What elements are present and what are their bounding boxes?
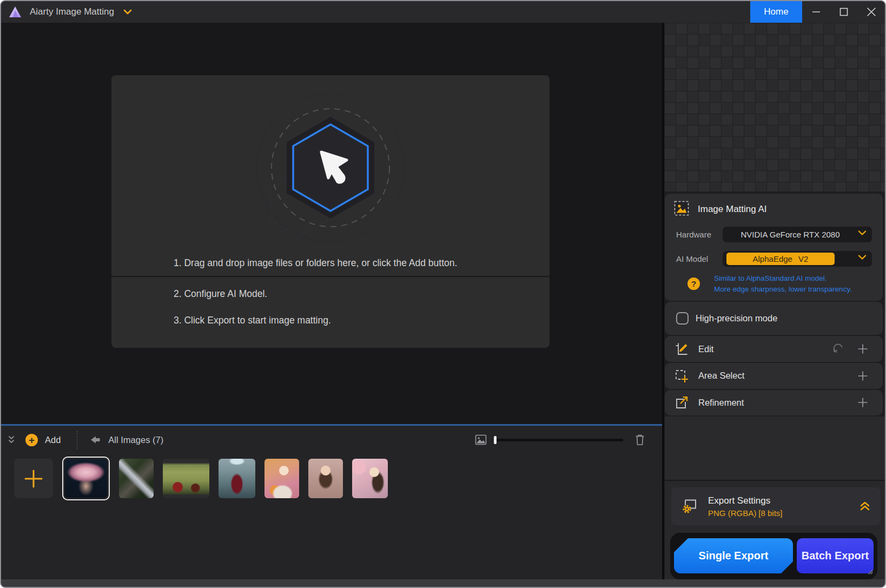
single-export-button[interactable]: Single Export (674, 538, 793, 573)
high-precision-checkbox[interactable] (676, 312, 689, 325)
edit-icon (674, 341, 689, 356)
edit-actions (831, 342, 869, 356)
minimize-button[interactable] (802, 1, 830, 23)
image-matting-icon (674, 201, 689, 218)
export-settings-card[interactable]: Export Settings PNG (RGBA) [8 bits] (671, 487, 881, 525)
settings-panel: Image Matting AI Hardware NVIDIA GeForce… (664, 23, 885, 579)
ai-model-value: AlphaEdge V2 (726, 253, 835, 265)
plus-icon[interactable] (857, 343, 869, 355)
image-list-panel: + Add All Images (7) (1, 426, 662, 579)
toolbar-right-group (474, 433, 646, 446)
add-image-tile[interactable] (14, 459, 53, 498)
transparency-checkerboard (664, 23, 885, 191)
plus-icon[interactable] (857, 397, 869, 408)
section-header: Image Matting AI (665, 201, 883, 218)
app-logo-icon (8, 5, 22, 18)
preview-canvas: 1. Drag and drop image files or folders … (1, 23, 662, 424)
zoom-slider-handle[interactable] (494, 436, 497, 444)
hardware-label: Hardware (676, 230, 723, 239)
export-settings-icon (680, 495, 699, 517)
resize-grip-icon[interactable] (864, 566, 874, 577)
export-buttons-container: Single Export Batch Export (670, 533, 877, 579)
tool-label-area-select: Area Select (698, 371, 744, 381)
workspace-column: 1. Drag and drop image files or folders … (1, 23, 662, 579)
hardware-value: NVIDIA GeForce RTX 2080 (740, 230, 854, 239)
add-images-button[interactable]: + Add (25, 434, 61, 446)
panel-lower-area: Export Settings PNG (RGBA) [8 bits] Sing… (665, 417, 885, 579)
export-settings-title: Export Settings (708, 495, 783, 506)
area-select-icon (674, 368, 689, 384)
tool-label-edit: Edit (698, 344, 713, 354)
plus-icon[interactable] (857, 370, 869, 382)
collapse-up-icon[interactable] (859, 501, 871, 512)
undo-icon[interactable] (831, 342, 845, 356)
image-list-toolbar: + Add All Images (7) (1, 431, 662, 448)
model-note-line1: Similar to AlphaStandard AI model. (714, 273, 852, 284)
model-note: Similar to AlphaStandard AI model. More … (714, 273, 852, 295)
add-button-label: Add (45, 435, 61, 445)
thumbnail-zoom-slider[interactable] (494, 439, 623, 441)
model-note-line2: More edge sharpness, lower transparency. (714, 284, 852, 295)
thumbnail-jellyfish[interactable] (62, 457, 110, 500)
back-arrow-icon[interactable] (89, 435, 101, 445)
close-button[interactable] (857, 1, 885, 23)
tool-label-refinement: Refinement (698, 398, 744, 408)
hexagon-cursor-graphic (249, 87, 412, 249)
trash-icon[interactable] (634, 433, 646, 446)
export-settings-texts: Export Settings PNG (RGBA) [8 bits] (708, 495, 783, 518)
instruction-step-1: 1. Drag and drop image files or folders … (174, 257, 457, 269)
export-dock: Export Settings PNG (RGBA) [8 bits] Sing… (665, 480, 885, 579)
thumbnail-mountain-bike[interactable] (163, 459, 209, 498)
dropzone-drop-area[interactable]: 1. Drag and drop image files or folders … (111, 75, 550, 276)
ai-model-row: AI Model AlphaEdge V2 (665, 251, 883, 267)
thumbnail-woman-red-dress[interactable] (219, 459, 255, 498)
tool-row-refinement[interactable]: Refinement (665, 390, 883, 416)
tool-row-edit[interactable]: Edit (665, 336, 883, 362)
refinement-actions (857, 397, 869, 408)
thumbnail-jellyfish-image (65, 459, 107, 498)
toolbar-divider (77, 431, 77, 449)
section-title: Image Matting AI (698, 204, 767, 215)
tool-row-area-select[interactable]: Area Select (665, 363, 883, 389)
dropzone[interactable]: 1. Drag and drop image files or folders … (111, 75, 550, 348)
chevron-down-icon (858, 255, 867, 260)
home-button[interactable]: Home (750, 1, 802, 23)
thumbnail-axe-in-forest[interactable] (119, 459, 154, 498)
titlebar: Aiarty Image Matting Home (1, 1, 885, 23)
app-window: Aiarty Image Matting Home (0, 0, 886, 588)
hardware-dropdown[interactable]: NVIDIA GeForce RTX 2080 (723, 227, 872, 242)
area-select-actions (857, 370, 869, 382)
refinement-icon (674, 395, 689, 410)
hardware-row: Hardware NVIDIA GeForce RTX 2080 (665, 227, 883, 242)
main-content: 1. Drag and drop image files or folders … (1, 23, 885, 579)
image-filter-label[interactable]: All Images (7) (108, 435, 163, 445)
image-size-icon[interactable] (474, 433, 487, 446)
ai-model-dropdown[interactable]: AlphaEdge V2 (723, 251, 872, 267)
add-icon: + (25, 434, 38, 446)
app-title: Aiarty Image Matting (30, 6, 114, 17)
high-precision-row: High-precision mode (665, 302, 883, 335)
instruction-step-2: 2. Configure AI Model. (174, 288, 550, 300)
image-matting-section: Image Matting AI Hardware NVIDIA GeForce… (665, 194, 883, 301)
export-format-value: PNG (RGBA) [8 bits] (708, 508, 783, 518)
batch-export-button[interactable]: Batch Export (797, 538, 874, 573)
dropzone-instructions: 2. Configure AI Model. 3. Click Export t… (111, 277, 550, 348)
window-footer-strip (1, 579, 885, 587)
instruction-step-3: 3. Click Export to start image matting. (174, 315, 550, 326)
help-icon[interactable]: ? (687, 278, 700, 290)
model-note-row: ? Similar to AlphaStandard AI model. Mor… (665, 273, 883, 295)
thumbnail-woman-with-bouquet[interactable] (265, 459, 299, 498)
title-chevron-icon[interactable] (123, 9, 132, 15)
chevron-down-icon (858, 230, 867, 236)
maximize-button[interactable] (830, 1, 857, 23)
ai-model-label: AI Model (676, 254, 723, 263)
collapse-chevrons-icon[interactable] (8, 435, 15, 444)
thumbnail-woman-floral[interactable] (352, 459, 388, 498)
thumbnail-woman-portrait[interactable] (308, 459, 343, 498)
high-precision-label: High-precision mode (696, 313, 777, 323)
thumbnail-strip (14, 457, 662, 500)
